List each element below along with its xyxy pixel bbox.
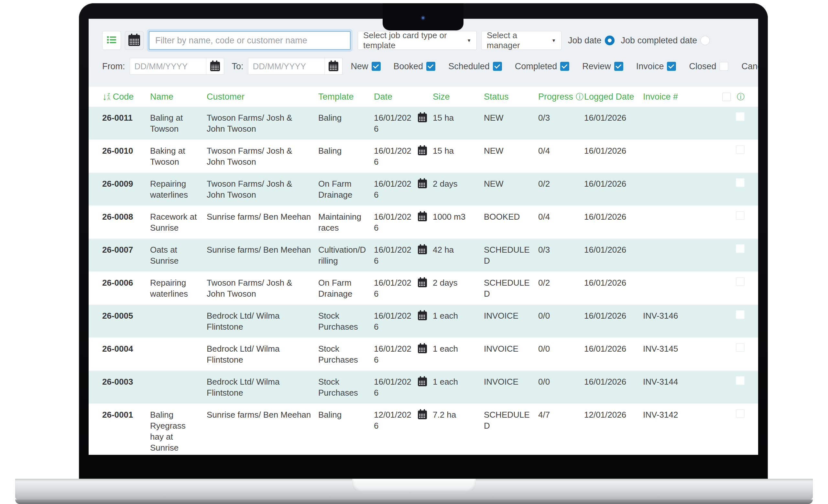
table-row[interactable]: 26-0003Bedrock Ltd/ Wilma FlintstoneStoc… [89, 371, 758, 404]
row-checkbox[interactable] [736, 409, 745, 418]
cell-logged-date: 16/01/2026 [584, 272, 643, 293]
calendar-view-button[interactable] [125, 31, 143, 50]
status-filter-checkbox[interactable] [493, 62, 502, 71]
status-filter-label: Invoice [636, 61, 664, 72]
cell-status: SCHEDULED [484, 404, 538, 436]
row-checkbox[interactable] [736, 244, 745, 253]
cell-progress: 0/2 [538, 173, 584, 195]
status-filter-checkbox[interactable] [614, 62, 623, 71]
cell-size: 42 ha [433, 239, 484, 260]
status-filter-closed[interactable]: Closed [689, 61, 729, 72]
cell-date: 16/01/2026 [374, 173, 433, 205]
date-text: 16/01/2026 [374, 178, 413, 200]
status-filter-checkbox[interactable] [667, 62, 676, 71]
row-checkbox[interactable] [736, 112, 745, 121]
cell-template: Baling [318, 404, 374, 425]
table-row[interactable]: 26-0008Racework at SunriseSunrise farms/… [89, 206, 758, 239]
job-completed-radio[interactable] [700, 36, 710, 45]
row-checkbox[interactable] [736, 310, 745, 319]
search-input[interactable] [149, 31, 350, 50]
status-filter-checkbox[interactable] [719, 62, 729, 71]
cell-name: Racework at Sunrise [150, 206, 207, 239]
info-icon[interactable]: ⓘ [737, 91, 745, 102]
row-checkbox[interactable] [736, 178, 745, 187]
column-header-logged-date[interactable]: Logged Date [584, 92, 643, 102]
date-text: 16/01/2026 [374, 310, 413, 332]
status-filter-checkbox[interactable] [426, 62, 436, 71]
status-filter-checkbox[interactable] [560, 62, 569, 71]
info-icon[interactable]: ⓘ [576, 91, 583, 102]
cell-progress: 4/7 [538, 404, 584, 425]
row-checkbox[interactable] [736, 145, 745, 154]
select-all-checkbox[interactable] [722, 92, 731, 101]
cell-code: 26-0011 [102, 107, 150, 128]
cell-code: 26-0010 [102, 140, 150, 161]
webcam [420, 15, 426, 21]
cell-date: 16/01/2026 [374, 371, 433, 404]
status-filter-label: Closed [689, 61, 716, 72]
cell-status: SCHEDULED [484, 272, 538, 304]
column-header-invoice[interactable]: Invoice # [643, 92, 690, 102]
status-filter-new[interactable]: New [351, 61, 381, 72]
status-filter-review[interactable]: Review [582, 61, 623, 72]
cell-name: Baking at Twoson [150, 140, 207, 172]
status-filter-label: Booked [394, 61, 423, 72]
date-text: 16/01/2026 [374, 211, 413, 233]
column-header-progress[interactable]: Progress ⓘ [538, 91, 584, 102]
cell-template: Cultivation/Drilling [318, 239, 374, 271]
status-filter-invoice[interactable]: Invoice [636, 61, 676, 72]
from-date-input[interactable] [130, 61, 206, 72]
calendar-icon [418, 279, 427, 287]
table-row[interactable]: 26-0005Bedrock Ltd/ Wilma FlintstoneStoc… [89, 305, 758, 338]
status-filter-booked[interactable]: Booked [394, 61, 436, 72]
status-filter-checkbox[interactable] [372, 62, 381, 71]
row-checkbox[interactable] [736, 376, 745, 385]
row-checkbox[interactable] [736, 277, 745, 286]
job-date-radio[interactable] [605, 36, 615, 45]
status-filter-label: Cancelled [741, 61, 758, 72]
cell-size: 15 ha [433, 140, 484, 161]
column-header-template[interactable]: Template [318, 92, 374, 102]
cell-customer: Twoson Farms/ Josh & John Twoson [207, 272, 318, 304]
row-checkbox[interactable] [736, 211, 745, 220]
column-header-code[interactable]: ↓ZA Code [102, 92, 150, 102]
status-filter-label: Review [582, 61, 611, 72]
table-row[interactable]: 26-0007Oats at SunriseSunrise farms/ Ben… [89, 239, 758, 272]
cell-invoice [643, 206, 690, 216]
table-row[interactable]: 26-0010Baking at TwosonTwoson Farms/ Jos… [89, 140, 758, 173]
column-header-status[interactable]: Status [484, 92, 538, 102]
status-filter-cancelled[interactable]: Cancelled [741, 61, 758, 72]
table-row[interactable]: 26-0004Bedrock Ltd/ Wilma FlintstoneStoc… [89, 338, 758, 371]
column-header-date[interactable]: Date [374, 92, 433, 102]
column-header-customer[interactable]: Customer [207, 92, 318, 102]
job-completed-radio-label: Job completed date [621, 36, 697, 46]
row-checkbox[interactable] [736, 343, 745, 352]
to-date-input[interactable] [248, 61, 324, 72]
table-row[interactable]: 26-0009Repairing waterlinesTwoson Farms/… [89, 173, 758, 206]
status-filter-scheduled[interactable]: Scheduled [448, 61, 502, 72]
cell-status: NEW [484, 173, 538, 195]
job-type-select[interactable]: Select job card type or template ▼ [358, 31, 477, 50]
status-filter-completed[interactable]: Completed [515, 61, 570, 72]
to-date-calendar-button[interactable] [324, 58, 342, 74]
cell-customer: Sunrise farms/ Ben Meehan [207, 206, 318, 227]
table-row[interactable]: 26-0011Baling at TowsonTwoson Farms/ Jos… [89, 107, 758, 140]
status-filter-group: NewBookedScheduledCompletedReviewInvoice… [351, 56, 758, 76]
calendar-icon [418, 114, 427, 122]
date-text: 16/01/2026 [374, 145, 413, 167]
cell-name: Repairing waterlines [150, 272, 207, 304]
cell-select [690, 338, 745, 357]
cell-logged-date: 16/01/2026 [584, 140, 643, 161]
list-view-button[interactable] [102, 31, 121, 50]
cell-invoice: INV-3145 [643, 338, 690, 360]
cell-select [690, 173, 745, 192]
table-row[interactable]: 26-0006Repairing waterlinesTwoson Farms/… [89, 272, 758, 305]
table-row[interactable]: 26-0001Baling Ryegrass hay at SunriseSun… [89, 404, 758, 455]
column-header-size[interactable]: Size [433, 92, 484, 102]
calendar-icon [418, 246, 427, 254]
date-text: 16/01/2026 [374, 343, 413, 365]
cell-code: 26-0001 [102, 404, 150, 425]
manager-select[interactable]: Select a manager ▼ [481, 31, 562, 50]
column-header-name[interactable]: Name [150, 92, 207, 102]
from-date-calendar-button[interactable] [206, 58, 224, 74]
